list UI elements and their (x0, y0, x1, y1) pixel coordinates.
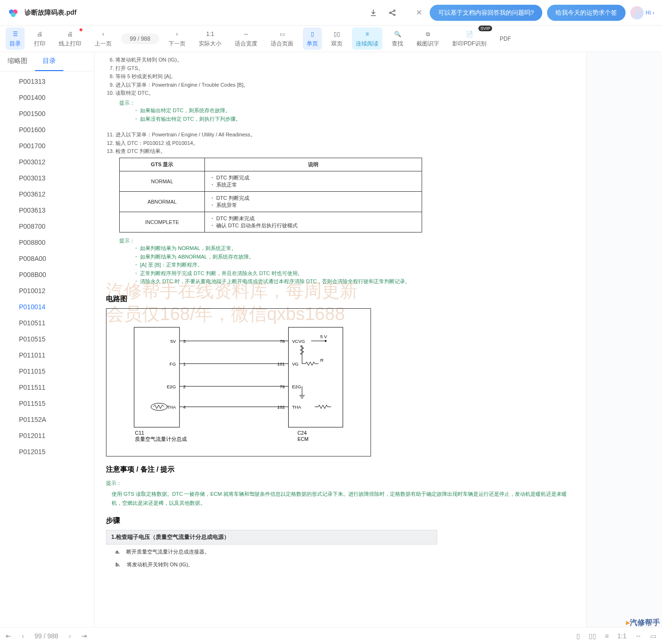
svg-text:5V: 5V (170, 339, 176, 344)
gts-table: GTS 显示说明 NORMALDTC 判断完成系统正常ABNORMALDTC 判… (119, 158, 422, 233)
tool-actual-size[interactable]: 1:1实际大小 (195, 27, 225, 50)
close-ai-icon[interactable]: ✕ (413, 8, 425, 17)
avatar-icon (630, 6, 644, 19)
toc-item-P008B00[interactable]: P008B00 (14, 267, 94, 283)
svg-text:79: 79 (280, 384, 285, 389)
toc-item-P003613[interactable]: P003613 (14, 202, 94, 218)
hint-body-1: 如果输出特定 DTC，则系统存在故障。如果没有输出特定 DTC，则执行下列步骤。 (133, 107, 575, 123)
toc-item-P003012[interactable]: P003012 (14, 154, 94, 170)
toc-item-P008800[interactable]: P008800 (14, 234, 94, 250)
svg-point-4 (394, 10, 395, 11)
tool-fit-page[interactable]: ▭适合页面 (267, 27, 297, 50)
scan-icon: 📄 (465, 29, 474, 39)
right-panel (586, 52, 662, 627)
svg-text:3: 3 (183, 339, 185, 344)
svg-text:THA: THA (292, 404, 301, 410)
toc-item-P011015[interactable]: P011015 (14, 363, 94, 379)
svg-text:质量空气流量计分总成: 质量空气流量计分总成 (135, 436, 187, 442)
toc-item-P011511[interactable]: P011511 (14, 379, 94, 395)
hint-label-1: 提示： (119, 99, 575, 107)
step-1-bar: 1.检查端子电压（质量空气流量计分总成电源） (106, 530, 437, 545)
tool-prev-page[interactable]: ‹上一页 (91, 27, 115, 50)
procedure-steps-1: 将发动机开关转到 ON (IG)。打开 GTS。等待 5 秒或更长时间 [A]。… (115, 56, 575, 98)
svg-text:4: 4 (183, 404, 186, 410)
toc-item-P012015[interactable]: P012015 (14, 444, 94, 460)
step-1a: a.断开质量空气流量计分总成连接器。 (106, 545, 575, 557)
tool-next-page[interactable]: ›下一页 (165, 27, 189, 50)
tool-online-print[interactable]: 🖨线上打印 (55, 27, 85, 50)
tool-fit-width[interactable]: ↔适合宽度 (231, 27, 261, 50)
toc-item-P012011[interactable]: P012011 (14, 428, 94, 444)
toc-item-P001500[interactable]: P001500 (14, 106, 94, 122)
continuous-icon: ≡ (362, 29, 372, 39)
circuit-diagram: 5V 3 78 VCVG 5 V FG 1 101 VG R E2G 2 79 … (106, 308, 371, 457)
toc-item-P008A00[interactable]: P008A00 (14, 250, 94, 267)
toc-item-P003013[interactable]: P003013 (14, 170, 94, 186)
svg-text:1: 1 (183, 361, 185, 367)
pdf-content: 汽修帮手在线资料库，每周更新会员仅168/年，微信qxbs1688 将发动机开关… (95, 52, 586, 627)
actual-size-icon: 1:1 (205, 29, 215, 39)
toc-item-P010012[interactable]: P010012 (14, 283, 94, 299)
tool-double-page[interactable]: ▯▯双页 (327, 27, 346, 50)
toc-item-P003612[interactable]: P003612 (14, 186, 94, 202)
step-1b: b.将发动机开关转到 ON (IG)。 (106, 557, 575, 570)
toc-item-P01152A[interactable]: P01152A (14, 411, 94, 428)
download-icon[interactable] (368, 7, 379, 18)
svg-point-2 (11, 12, 16, 17)
procedure-steps-2: 进入以下菜单：Powertrain / Engine / Utility / A… (115, 131, 575, 156)
page-input[interactable] (121, 34, 159, 44)
svg-text:E2G: E2G (167, 384, 176, 389)
svg-text:C11: C11 (135, 429, 144, 435)
ai-avatar[interactable]: Hi › (630, 6, 654, 19)
svg-text:101: 101 (277, 361, 285, 367)
double-page-icon: ▯▯ (332, 29, 342, 39)
tool-scan-pdf[interactable]: SVIP📄影印PDF识别 (449, 27, 490, 50)
tool-ocr[interactable]: ⧉截图识字 (413, 27, 443, 50)
note-body: 使用 GTS 读取定格数据。DTC 一被存储，ECM 就将车辆和驾驶条件信息以定… (112, 490, 575, 507)
toc-item-P010014[interactable]: P010014 (14, 299, 94, 315)
svg-point-3 (389, 12, 391, 13)
svg-text:THA: THA (167, 404, 176, 410)
single-page-icon: ▯ (308, 29, 317, 39)
tool-pdf[interactable]: PDF (496, 34, 515, 44)
tab-thumbnail[interactable]: 缩略图 (0, 52, 35, 71)
svg-text:102: 102 (277, 404, 285, 410)
app-logo (8, 7, 19, 18)
svg-point-5 (394, 14, 395, 16)
prev-icon: ‹ (98, 29, 108, 39)
toc-item-P001600[interactable]: P001600 (14, 122, 94, 138)
online-print-icon: 🖨 (65, 29, 75, 39)
ai-suggestion-1[interactable]: 可以基于文档内容回答我的问题吗? (430, 5, 542, 21)
toc-item-P011515[interactable]: P011515 (14, 395, 94, 411)
toc-item-P001313[interactable]: P001313 (14, 73, 94, 89)
toc-icon: ☰ (10, 29, 20, 39)
circuit-heading: 电路图 (106, 295, 575, 304)
svg-text:C24: C24 (298, 429, 307, 435)
hint-label-2: 提示： (119, 237, 575, 244)
svg-text:R: R (320, 358, 324, 363)
note-hint-label: 提示： (106, 479, 575, 488)
notes-heading: 注意事项 / 备注 / 提示 (106, 465, 575, 474)
tab-toc[interactable]: 目录 (35, 52, 63, 71)
toc-item-P001700[interactable]: P001700 (14, 138, 94, 154)
tool-print[interactable]: 🖨打印 (30, 27, 49, 50)
toc-item-P011011[interactable]: P011011 (14, 347, 94, 363)
share-icon[interactable] (387, 7, 398, 18)
toc-item-P010511[interactable]: P010511 (14, 315, 94, 331)
tool-single-page[interactable]: ▯单页 (303, 27, 322, 50)
toc-item-P008700[interactable]: P008700 (14, 218, 94, 234)
tool-toc[interactable]: ☰目录 (6, 27, 25, 50)
svg-text:5 V: 5 V (320, 334, 327, 339)
ai-suggestion-2[interactable]: 给我今天的运势求个签 (547, 5, 626, 21)
svg-text:ECM: ECM (298, 436, 309, 442)
tool-continuous[interactable]: ≡连续阅读 (352, 27, 382, 50)
toc-item-P010515[interactable]: P010515 (14, 331, 94, 347)
document-title: 诊断故障码表.pdf (25, 9, 77, 17)
next-icon: › (172, 29, 182, 39)
brand-logo: ▸汽修帮手 (626, 618, 660, 627)
toc-item-P001400[interactable]: P001400 (14, 89, 94, 106)
tool-find[interactable]: 🔍查找 (388, 27, 407, 50)
toc-list: P001313P001400P001500P001600P001700P0030… (0, 72, 94, 627)
proc-heading: 步骤 (106, 516, 575, 525)
svg-text:E2G: E2G (292, 384, 301, 389)
